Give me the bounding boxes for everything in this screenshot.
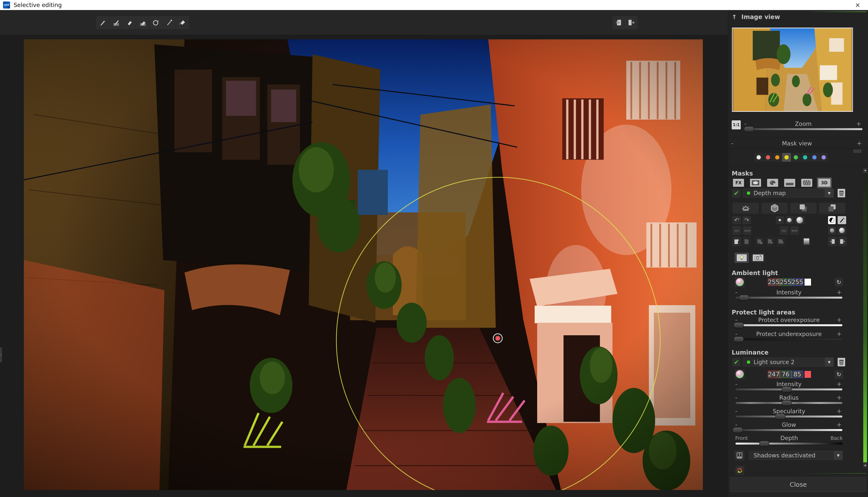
brush-area-tool-icon[interactable]	[109, 16, 123, 29]
object-3d-tab[interactable]	[761, 203, 788, 214]
light-source-marker[interactable]	[493, 334, 502, 343]
copy-mask-button[interactable]	[732, 237, 741, 246]
scrollbar-thumb[interactable]	[863, 173, 867, 463]
import-mask-button[interactable]	[828, 237, 837, 246]
scroll-up-button[interactable]	[863, 169, 867, 172]
camera-mode-button[interactable]	[751, 253, 765, 262]
lum-intensity-handle[interactable]	[782, 387, 792, 392]
luminance-color-reset-button[interactable]: ↻	[835, 370, 843, 379]
radial-gradient-tool-icon[interactable]	[149, 16, 162, 29]
ambient-intensity-plus[interactable]: +	[837, 289, 843, 296]
lum-intensity-plus[interactable]: +	[837, 381, 843, 388]
light-source-enabled-check[interactable]: ✔	[732, 358, 741, 367]
paste-mask-button[interactable]	[743, 237, 751, 246]
ambient-green-field[interactable]: 255	[780, 278, 791, 286]
gradient-mask-button[interactable]	[803, 238, 810, 245]
mask-color-purple[interactable]	[819, 153, 828, 162]
contract-mask-button[interactable]: ›▫‹	[732, 226, 741, 235]
overexposure-handle[interactable]	[734, 323, 744, 328]
mask-type-palette-button[interactable]	[767, 179, 778, 187]
undo-button[interactable]: ↶	[732, 216, 741, 224]
depth-handle[interactable]	[759, 441, 769, 446]
delete-light-source-button[interactable]	[838, 358, 845, 366]
export-mask-icon[interactable]	[624, 16, 637, 29]
specularity-handle[interactable]	[775, 414, 785, 419]
import-mask-icon[interactable]	[612, 16, 625, 29]
light-tab[interactable]	[732, 203, 759, 214]
lum-intensity-minus[interactable]: -	[735, 381, 741, 388]
luminance-red-field[interactable]: 247	[768, 371, 780, 378]
mask-view-plus-button[interactable]: +	[857, 140, 863, 147]
close-button[interactable]: Close	[730, 477, 866, 492]
eraser-area-tool-icon[interactable]	[136, 16, 149, 29]
layers-back-tab[interactable]	[819, 203, 845, 214]
image-view-header[interactable]: ↑ Image view	[732, 14, 780, 20]
scroll-down-button[interactable]	[863, 464, 867, 467]
zoom-plus-button[interactable]: +	[856, 120, 862, 127]
mask-type-vignette-button[interactable]	[750, 179, 761, 187]
zoom-slider-handle[interactable]	[744, 126, 754, 132]
layers-front-tab[interactable]	[790, 203, 816, 214]
paint-mode-button[interactable]	[838, 216, 846, 224]
expand-mask-strong-button[interactable]: «▫»	[790, 226, 799, 235]
underexposure-slider[interactable]	[735, 338, 843, 341]
color-picker-tool-icon[interactable]	[163, 16, 176, 29]
specularity-plus[interactable]: +	[837, 408, 843, 415]
underexposure-handle[interactable]	[734, 337, 744, 342]
mask-color-red[interactable]	[763, 153, 772, 162]
left-panel-collapse-handle[interactable]: ‹	[0, 347, 2, 363]
mask-type-3d-button[interactable]: 3D	[818, 179, 830, 187]
luminance-blue-field[interactable]: 85	[791, 371, 803, 378]
ambient-intensity-handle[interactable]	[739, 295, 749, 300]
hard-edge-button[interactable]	[838, 226, 846, 235]
zoom-1-1-button[interactable]: 1:1	[732, 120, 741, 129]
fill-mask-tool-icon[interactable]	[176, 16, 189, 29]
mask-type-fx-button[interactable]: FX	[733, 179, 744, 187]
ambient-blue-field[interactable]: 255	[791, 278, 803, 286]
mask-type-gradient-button[interactable]	[784, 179, 795, 187]
luminance-green-field[interactable]: 76	[780, 371, 791, 378]
export-mask-button[interactable]	[838, 237, 847, 246]
edited-image-canvas[interactable]	[24, 39, 703, 490]
mask-color-teal[interactable]	[801, 153, 810, 162]
brush-size-medium-button[interactable]	[785, 216, 794, 224]
specularity-slider[interactable]	[735, 415, 843, 418]
light-source-dropdown[interactable]: Light source 2 ▼	[743, 358, 833, 367]
redo-button[interactable]: ↷	[743, 216, 751, 224]
overexposure-plus[interactable]: +	[837, 316, 843, 324]
light-source-mode-button[interactable]	[735, 253, 749, 263]
mask-color-green[interactable]	[791, 153, 800, 162]
mask-color-white[interactable]	[754, 153, 763, 162]
eraser-tool-icon[interactable]	[123, 16, 136, 29]
ambient-color-swatch[interactable]	[804, 278, 811, 286]
ambient-color-reset-button[interactable]: ↻	[835, 278, 843, 286]
mask-type-texture-button[interactable]	[801, 179, 812, 187]
overexposure-slider[interactable]	[735, 324, 843, 326]
paste-mask-add-button[interactable]	[755, 237, 764, 246]
radius-slider[interactable]	[735, 402, 843, 404]
specularity-minus[interactable]: -	[735, 408, 741, 415]
mask-color-yellow-selected[interactable]	[782, 153, 791, 162]
luminance-color-swatch[interactable]	[804, 371, 811, 378]
reset-light-button[interactable]	[735, 466, 744, 475]
radius-handle[interactable]	[782, 400, 792, 406]
glow-plus[interactable]: +	[837, 421, 843, 428]
glow-handle[interactable]	[733, 427, 743, 433]
brush-size-large-button[interactable]	[795, 216, 804, 224]
mask-color-orange[interactable]	[773, 153, 782, 162]
depth-slider[interactable]	[735, 442, 843, 445]
dropdown-caret-icon[interactable]: ▼	[834, 451, 842, 460]
radius-minus[interactable]: -	[735, 394, 741, 401]
delete-mask-button[interactable]	[838, 189, 845, 197]
mask-enabled-check[interactable]: ✔	[732, 188, 741, 198]
contract-mask-strong-button[interactable]: »▫«	[743, 226, 752, 235]
paste-mask-all-button[interactable]	[776, 237, 785, 246]
brush-tool-icon[interactable]	[96, 16, 109, 29]
soft-edge-button[interactable]	[828, 226, 836, 235]
radius-plus[interactable]: +	[837, 394, 843, 401]
underexposure-plus[interactable]: +	[837, 330, 843, 338]
ambient-red-field[interactable]: 255	[768, 278, 780, 286]
zoom-slider[interactable]	[745, 128, 863, 130]
glow-slider[interactable]	[735, 429, 843, 431]
ambient-color-ball[interactable]	[735, 277, 745, 287]
